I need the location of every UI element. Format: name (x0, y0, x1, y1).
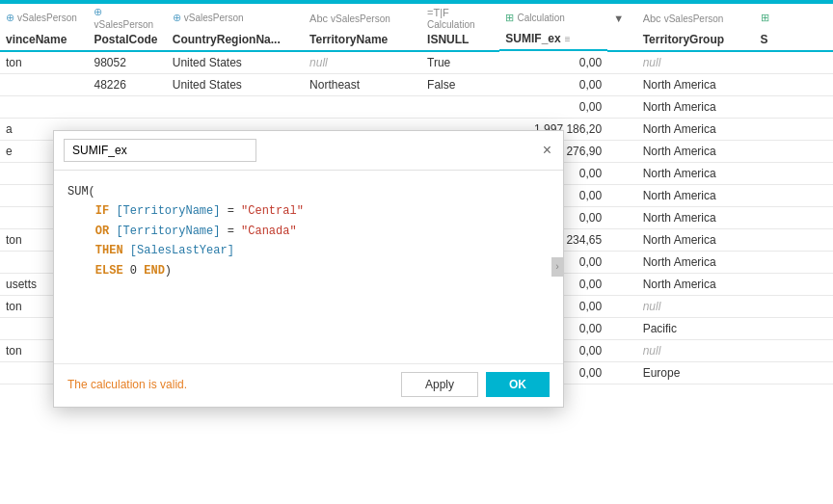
code-content: SUM( IF [TerritoryName] = "Central" OR [… (67, 182, 550, 280)
dialog-title-input[interactable] (64, 139, 256, 162)
table-container: ⊕ vSalesPerson ⊕ vSalesPerson ⊕ vSalesPe… (0, 0, 833, 504)
scroll-handle[interactable]: › (551, 257, 563, 277)
ok-button[interactable]: OK (486, 372, 550, 397)
apply-button[interactable]: Apply (401, 372, 478, 397)
footer-buttons: Apply OK (401, 372, 550, 397)
dialog-code-editor[interactable]: SUM( IF [TerritoryName] = "Central" OR [… (54, 171, 563, 363)
validation-message: The calculation is valid. (67, 378, 187, 391)
calculation-dialog: × SUM( IF [TerritoryName] = "Central" OR… (53, 130, 564, 408)
dialog-footer: The calculation is valid. Apply OK (54, 363, 563, 407)
dialog-close-button[interactable]: × (541, 143, 553, 158)
dialog-header: × (54, 131, 563, 171)
dialog-overlay: × SUM( IF [TerritoryName] = "Central" OR… (0, 0, 833, 504)
